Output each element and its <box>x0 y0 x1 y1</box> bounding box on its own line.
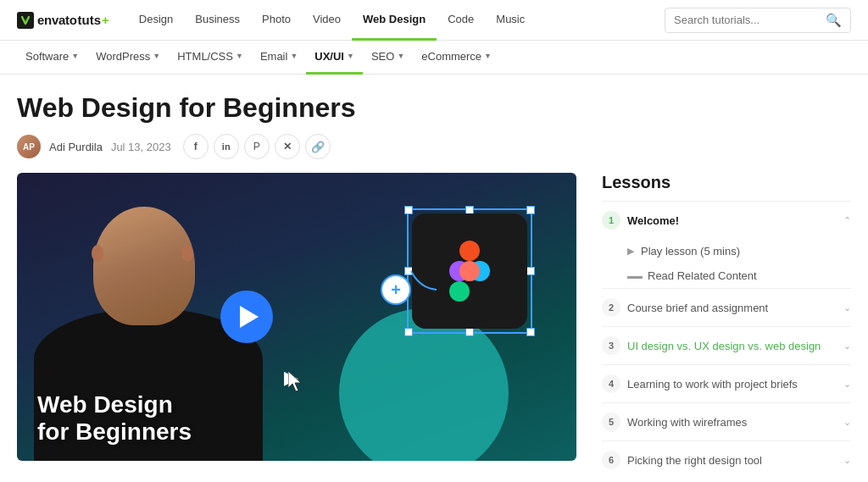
chevron-down-icon: ▼ <box>290 52 298 60</box>
logo-tuts: tuts <box>78 13 102 27</box>
nav-photo[interactable]: Photo <box>251 0 302 41</box>
linkedin-share-button[interactable]: in <box>214 134 239 159</box>
copy-link-button[interactable]: 🔗 <box>305 134 331 159</box>
content-area: Web Design for Beginners AP Adi Purdila … <box>0 75 868 479</box>
lesson-number-6: 6 <box>602 451 620 469</box>
list-item: 3 UI design vs. UX design vs. web design… <box>602 326 851 364</box>
list-item: 6 Picking the right design tool ⌄ <box>602 440 851 479</box>
lesson-row-4[interactable]: 4 Learning to work with project briefs ⌄ <box>602 365 851 402</box>
video-overlay-text: Web Design for Beginners <box>37 391 192 446</box>
svg-rect-0 <box>459 241 480 261</box>
logo-icon <box>17 12 34 29</box>
video-thumbnail[interactable]: + ▶︎ Web Design for Beginners <box>17 173 576 461</box>
cursor-icon <box>288 371 307 393</box>
read-icon: ▬▬ <box>627 271 641 280</box>
lessons-title: Lessons <box>602 173 851 192</box>
pinterest-share-button[interactable]: P <box>244 134 270 159</box>
twitter-share-button[interactable]: ✕ <box>275 134 300 159</box>
lesson-row-1[interactable]: 1 Welcome! ⌃ <box>602 202 851 239</box>
sub-lesson-read[interactable]: ▬▬ Read Related Content <box>627 263 851 288</box>
lesson-number-4: 4 <box>602 374 620 393</box>
lesson-sub-items-1: ▶ Play lesson (5 mins) ▬▬ Read Related C… <box>602 239 851 288</box>
lesson-number-2: 2 <box>602 298 620 317</box>
chevron-down-icon: ▼ <box>397 52 404 60</box>
chevron-down-icon: ▼ <box>153 52 160 60</box>
lesson-row-2[interactable]: 2 Course brief and assignment ⌄ <box>602 289 851 326</box>
lesson-number-3: 3 <box>602 336 620 355</box>
lesson-number-1: 1 <box>602 211 620 230</box>
search-icon[interactable]: 🔍 <box>826 13 842 28</box>
lesson-label-6: Picking the right design tool <box>627 454 762 467</box>
logo[interactable]: envatotuts+ <box>17 12 109 29</box>
sub-nav: Software▼ WordPress▼ HTML/CSS▼ Email▼ UX… <box>0 41 868 75</box>
lesson-label-2: Course brief and assignment <box>627 302 768 314</box>
lesson-row-3[interactable]: 3 UI design vs. UX design vs. web design… <box>602 327 851 364</box>
avatar: AP <box>17 135 41 158</box>
nav-music[interactable]: Music <box>485 0 536 41</box>
sub-nav-seo[interactable]: SEO▼ <box>363 41 413 75</box>
logo-text: envato <box>37 13 77 27</box>
sub-nav-uxui[interactable]: UX/UI▼ <box>306 41 363 75</box>
chevron-down-icon: ⌄ <box>843 417 851 428</box>
author-name[interactable]: Adi Purdila <box>49 141 103 153</box>
nav-video[interactable]: Video <box>302 0 352 41</box>
sub-lesson-label-play: Play lesson (5 mins) <box>641 245 740 258</box>
chevron-down-icon: ⌄ <box>843 455 851 466</box>
list-item: 4 Learning to work with project briefs ⌄ <box>602 364 851 402</box>
svg-rect-3 <box>449 281 470 302</box>
facebook-share-button[interactable]: f <box>183 134 209 159</box>
play-button[interactable] <box>220 291 273 343</box>
social-icons: f in P ✕ 🔗 <box>183 134 331 159</box>
nav-business[interactable]: Business <box>184 0 251 41</box>
chevron-down-icon: ⌄ <box>843 302 851 313</box>
chevron-down-icon: ▼ <box>71 52 79 60</box>
lesson-number-5: 5 <box>602 413 620 431</box>
search-bar[interactable]: 🔍 <box>665 8 851 33</box>
nav-code[interactable]: Code <box>437 0 485 41</box>
chevron-down-icon: ▼ <box>484 52 492 60</box>
lesson-row-5[interactable]: 5 Working with wireframes ⌄ <box>602 403 851 440</box>
lessons-panel: Lessons 1 Welcome! ⌃ ▶ Play lesson (5 mi… <box>602 173 851 479</box>
chevron-down-icon: ⌄ <box>843 379 851 390</box>
author-date: Jul 13, 2023 <box>111 141 171 153</box>
sub-lesson-label-read: Read Related Content <box>648 269 757 282</box>
lesson-row-6[interactable]: 6 Picking the right design tool ⌄ <box>602 441 851 479</box>
author-row: AP Adi Purdila Jul 13, 2023 f in P ✕ 🔗 <box>17 134 851 159</box>
main-nav: Design Business Photo Video Web Design C… <box>128 0 665 41</box>
search-input[interactable] <box>674 14 821 26</box>
list-item: 1 Welcome! ⌃ ▶ Play lesson (5 mins) ▬▬ R… <box>602 201 851 288</box>
chevron-down-icon: ▼ <box>236 52 243 60</box>
svg-rect-4 <box>459 261 480 281</box>
lesson-label-3: UI design vs. UX design vs. web design <box>627 340 821 352</box>
video-area: + ▶︎ Web Design for Beginners <box>17 173 576 479</box>
play-icon: ▶ <box>627 246 634 257</box>
chevron-down-icon: ▼ <box>347 52 354 60</box>
sub-lesson-play[interactable]: ▶ Play lesson (5 mins) <box>627 239 851 263</box>
chevron-down-icon: ⌄ <box>843 341 851 352</box>
list-item: 5 Working with wireframes ⌄ <box>602 402 851 440</box>
sub-nav-ecommerce[interactable]: eCommerce▼ <box>413 41 500 75</box>
sub-nav-software[interactable]: Software▼ <box>17 41 87 75</box>
nav-webdesign[interactable]: Web Design <box>352 0 437 41</box>
sub-nav-wordpress[interactable]: WordPress▼ <box>87 41 169 75</box>
lesson-label-4: Learning to work with project briefs <box>627 378 798 391</box>
top-nav: envatotuts+ Design Business Photo Video … <box>0 0 868 41</box>
chevron-up-icon: ⌃ <box>843 215 851 226</box>
sub-nav-htmlcss[interactable]: HTML/CSS▼ <box>169 41 252 75</box>
nav-design[interactable]: Design <box>128 0 184 41</box>
lesson-label-5: Working with wireframes <box>627 416 747 429</box>
sub-nav-email[interactable]: Email▼ <box>252 41 306 75</box>
main-layout: + ▶︎ Web Design for Beginners <box>17 173 851 479</box>
logo-plus: + <box>102 13 109 27</box>
list-item: 2 Course brief and assignment ⌄ <box>602 288 851 326</box>
lesson-label-1: Welcome! <box>627 214 679 227</box>
page-title: Web Design for Beginners <box>17 91 851 124</box>
